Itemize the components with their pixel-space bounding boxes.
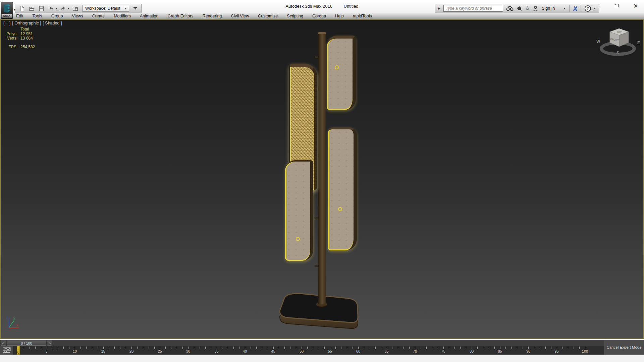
ruler-frame-label: 85 <box>498 349 502 353</box>
compass-west[interactable]: W <box>596 39 600 44</box>
ruler-frame-label: 40 <box>243 349 247 353</box>
world-axis-tripod: x y z <box>5 316 21 331</box>
search-button[interactable] <box>506 6 514 11</box>
ruler-tick <box>296 347 296 349</box>
current-frame-marker[interactable]: 0 <box>17 346 20 355</box>
ruler-tick <box>120 347 120 349</box>
ruler-tick <box>109 347 109 349</box>
search-input[interactable] <box>443 5 503 12</box>
panel-right-middle[interactable] <box>328 127 357 250</box>
ruler-tick <box>443 347 444 349</box>
ruler-tick <box>545 347 546 349</box>
ruler-tick <box>381 347 381 349</box>
save-file-button[interactable] <box>38 5 45 12</box>
ruler-frame-label: 15 <box>101 349 105 353</box>
toolbar-flyout-button[interactable]: ▾ <box>132 5 138 12</box>
compass-south[interactable]: S <box>616 51 619 55</box>
menu-graph-editors[interactable]: Graph Editors <box>167 14 193 18</box>
track-bar[interactable]: 5101520253035404550556065707580859095100… <box>0 346 644 355</box>
workspace-caret-icon: ▾ <box>125 7 127 10</box>
previous-frame-button[interactable]: < <box>1 341 6 346</box>
ruler-frame-label: 35 <box>214 349 218 353</box>
ruler-tick <box>466 347 466 349</box>
undo-button[interactable] <box>47 5 55 12</box>
sign-in-button[interactable] <box>533 6 538 11</box>
menu-group[interactable]: Group <box>51 14 63 18</box>
favorites-button[interactable]: ☆ <box>525 6 530 11</box>
app-button-label: MAX <box>1 14 12 18</box>
ruler-tick <box>228 347 228 349</box>
menu-customize[interactable]: Customize <box>258 14 278 18</box>
ruler-tick <box>330 347 330 349</box>
menu-create[interactable]: Create <box>92 14 105 18</box>
sign-in-caret-icon[interactable]: ▾ <box>564 7 566 10</box>
panel-lower-left[interactable] <box>285 160 313 261</box>
menu-scripting[interactable]: Scripting <box>287 14 303 18</box>
ruler-tick <box>205 347 206 349</box>
menu-edit[interactable]: Edit <box>16 14 23 18</box>
compass-east[interactable]: E <box>637 41 640 45</box>
undo-icon <box>48 6 54 11</box>
ruler-tick <box>324 347 325 349</box>
restore-icon <box>615 4 619 8</box>
scene-3d-model <box>1 20 643 339</box>
close-button[interactable]: ✕ <box>631 2 641 10</box>
ruler-tick <box>268 347 268 349</box>
hinge-marker <box>296 237 300 241</box>
menu-corona[interactable]: Corona <box>312 14 326 18</box>
viewport[interactable]: [ + ] [ Orthographic ] [ Shaded ] Total … <box>0 19 644 339</box>
redo-button[interactable] <box>59 5 67 12</box>
ruler-tick <box>41 347 41 349</box>
ruler-tick <box>398 347 398 349</box>
viewcube[interactable]: W S E TOP FRONT <box>598 26 639 63</box>
ruler-tick <box>313 347 313 349</box>
menu-civil-view[interactable]: Civil View <box>231 14 249 18</box>
ruler-frame-label: 60 <box>356 349 360 353</box>
document-title: Untitled <box>344 4 359 9</box>
menu-modifiers[interactable]: Modifiers <box>114 14 131 18</box>
window-controls: ✕ <box>593 2 641 10</box>
ruler-tick <box>98 347 98 349</box>
new-scene-button[interactable] <box>18 5 25 12</box>
menu-help[interactable]: Help <box>335 14 344 18</box>
cancel-expert-mode-button[interactable]: Cancel Expert Mode <box>604 340 644 355</box>
project-folder-button[interactable] <box>71 5 79 12</box>
menu-animation[interactable]: Animation <box>140 14 159 18</box>
application-menu-button[interactable]: MAX <box>1 2 13 19</box>
ruler-tick <box>239 347 239 349</box>
ruler-tick <box>160 347 160 349</box>
help-icon[interactable]: ? <box>585 5 591 12</box>
restore-button[interactable] <box>612 2 622 10</box>
lamp-pole[interactable] <box>318 32 326 304</box>
redo-history-caret-icon[interactable]: ▾ <box>68 7 69 10</box>
ruler-tick <box>517 347 517 349</box>
ruler-tick <box>302 347 302 349</box>
menu-rapidtools[interactable]: rapidTools <box>353 14 372 18</box>
workspace-selector[interactable]: Workspace: Default ▾ <box>83 5 129 12</box>
open-file-button[interactable] <box>28 5 35 12</box>
ruler-tick <box>284 347 285 349</box>
menu-views[interactable]: Views <box>72 14 83 18</box>
ruler-tick <box>540 347 540 349</box>
panel-top-right[interactable] <box>327 36 356 110</box>
ruler-tick <box>35 347 36 349</box>
ruler-tick <box>245 347 245 349</box>
help-caret-icon[interactable]: ▾ <box>594 7 596 10</box>
next-frame-button[interactable]: > <box>47 341 52 346</box>
favorites-star-icon: ☆ <box>525 6 530 11</box>
viewcube-cube[interactable]: TOP FRONT <box>606 26 631 49</box>
time-slider-handle[interactable]: 0 / 100 <box>7 341 46 346</box>
timeline-ruler[interactable]: 5101520253035404550556065707580859095100… <box>15 346 589 355</box>
ruler-tick <box>217 347 217 349</box>
exchange-apps-icon[interactable]: X <box>573 6 577 11</box>
undo-history-caret-icon[interactable]: ▾ <box>56 7 57 10</box>
menu-rendering[interactable]: Rendering <box>203 14 222 18</box>
ruler-tick <box>307 347 308 349</box>
expander-icon[interactable]: ▶ <box>438 7 440 10</box>
3ds-max-window: { "titlebar": { "app_button_label": "MAX… <box>0 0 644 362</box>
communication-center-button[interactable] <box>517 6 522 11</box>
sign-in-label[interactable]: Sign In <box>542 6 555 11</box>
ruler-tick <box>47 347 47 349</box>
menu-tools[interactable]: Tools <box>33 14 42 18</box>
open-mini-curve-editor-button[interactable] <box>0 346 13 355</box>
